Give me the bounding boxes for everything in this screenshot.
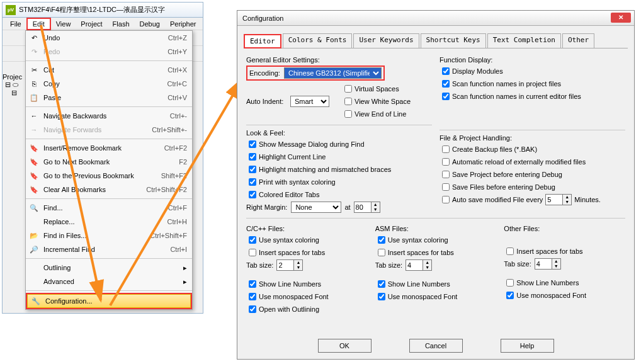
spinner-icon[interactable]: ▲▼	[563, 194, 572, 205]
menu-advanced[interactable]: Advanced	[26, 275, 192, 288]
sep	[26, 258, 192, 259]
spinner-icon[interactable]: ▲▼	[372, 202, 380, 213]
cut-icon: ✂	[29, 65, 39, 75]
tab-colors-fonts[interactable]: Colors & Fonts	[283, 33, 353, 48]
cb-c-sln[interactable]	[249, 280, 256, 288]
tabsize-asm[interactable]	[406, 259, 423, 271]
menu-paste[interactable]: 📋PasteCtrl+V	[26, 91, 192, 105]
tab-user-keywords[interactable]: User Keywords	[353, 33, 419, 48]
help-button[interactable]: Help	[501, 339, 554, 353]
autosave-num[interactable]	[545, 194, 563, 205]
menu-debug[interactable]: Debug	[135, 19, 165, 29]
menu-project[interactable]: Project	[76, 19, 107, 29]
menu-edit[interactable]: Edit	[26, 18, 51, 30]
cb-a-ist[interactable]	[378, 249, 385, 256]
ide-titlebar: μV STM32F4\F4程序整理\12-LTDC—液晶显示汉字	[3, 3, 203, 18]
dialog-tabs[interactable]: Editor Colors & Fonts User Keywords Shor…	[244, 33, 628, 48]
cb-lf-msg[interactable]	[249, 140, 256, 148]
tab-text-completion[interactable]: Text Completion	[487, 33, 561, 48]
cb-lf-hcl[interactable]	[249, 153, 256, 161]
menu-flash[interactable]: Flash	[108, 19, 135, 29]
tab-shortcut-keys[interactable]: Shortcut Keys	[421, 33, 486, 48]
menu-nav-forward[interactable]: →Navigate ForwardsCtrl+Shift+-	[26, 123, 192, 137]
tab-editor[interactable]: Editor	[244, 34, 281, 48]
cb-c-owo[interactable]	[249, 305, 256, 313]
cb-c-ist[interactable]	[249, 249, 256, 256]
sep	[26, 139, 192, 139]
spinner-icon[interactable]: ▲▼	[552, 258, 561, 270]
paste-icon: 📋	[29, 93, 39, 103]
menu-cut[interactable]: ✂CutCtrl+X	[26, 63, 192, 77]
cb-o-umf[interactable]	[506, 292, 514, 299]
tabsize-other[interactable]	[535, 258, 552, 270]
sec-file-proj: File & Project Handling:	[440, 134, 625, 142]
cb-c-usc[interactable]	[249, 236, 256, 244]
cb-fph-autosave[interactable]	[442, 196, 450, 203]
menu-nav-back[interactable]: ←Navigate BackwardsCtrl+-	[26, 109, 192, 123]
menu-configuration[interactable]: 🔧Configuration...	[27, 294, 191, 308]
bookmark-clear-icon: 🔖	[29, 185, 39, 195]
cb-fph-saveproj[interactable]	[442, 171, 450, 178]
menu-prev-bookmark[interactable]: 🔖Go to the Previous BookmarkShift+F2	[26, 169, 192, 183]
configuration-dialog: Configuration ✕ Editor Colors & Fonts Us…	[237, 10, 635, 360]
cb-c-umf[interactable]	[249, 293, 256, 300]
cb-fph-savefiles[interactable]	[442, 183, 450, 191]
dialog-titlebar: Configuration ✕	[237, 11, 634, 26]
cb-lf-print[interactable]	[249, 178, 256, 186]
close-button[interactable]: ✕	[611, 13, 631, 23]
cb-lf-tabs[interactable]	[249, 191, 256, 198]
cb-a-usc[interactable]	[378, 236, 385, 244]
cb-fph-backup[interactable]	[442, 145, 450, 153]
menu-clear-bookmarks[interactable]: 🔖Clear All BookmarksCtrl+Shift+F2	[26, 183, 192, 196]
right-margin-select[interactable]: None	[291, 202, 341, 213]
ide-title-text: STM32F4\F4程序整理\12-LTDC—液晶显示汉字	[19, 5, 165, 14]
cb-o-sln[interactable]	[506, 279, 514, 287]
dialog-title: Configuration	[242, 14, 283, 22]
menu-insert-bookmark[interactable]: 🔖Insert/Remove BookmarkCtrl+F2	[26, 141, 192, 155]
menu-copy[interactable]: ⎘CopyCtrl+C	[26, 77, 192, 91]
nav-back-icon: ←	[29, 111, 39, 121]
sec-general-editor: General Editor Settings:	[246, 56, 432, 64]
sep	[26, 290, 192, 291]
bookmark-icon: 🔖	[29, 143, 39, 153]
edit-menu-dropdown[interactable]: ↶UndoCtrl+Z ↷RedoCtrl+Y ✂CutCtrl+X ⎘Copy…	[25, 30, 193, 310]
sep	[26, 198, 192, 199]
cb-fd-modules[interactable]	[442, 67, 450, 75]
cb-o-ist[interactable]	[506, 247, 514, 255]
bookmark-next-icon: 🔖	[29, 157, 39, 167]
menu-incremental-find[interactable]: 🔎Incremental FindCtrl+I	[26, 242, 192, 256]
cancel-button[interactable]: Cancel	[409, 339, 463, 353]
right-margin-num[interactable]	[354, 202, 372, 213]
tabsize-c[interactable]	[276, 259, 294, 271]
menu-next-bookmark[interactable]: 🔖Go to Next BookmarkF2	[26, 155, 192, 169]
copy-icon: ⎘	[29, 79, 39, 89]
menu-bar[interactable]: File Edit View Project Flash Debug Perip…	[3, 18, 203, 30]
menu-find[interactable]: 🔍Find...Ctrl+F	[26, 201, 192, 215]
menu-find-in-files[interactable]: 📂Find in Files...Ctrl+Shift+F	[26, 229, 192, 242]
cb-fd-scan-cur[interactable]	[442, 93, 450, 100]
ok-button[interactable]: OK	[318, 339, 372, 353]
autoindent-select[interactable]: Smart	[290, 96, 329, 107]
cb-a-sln[interactable]	[378, 280, 385, 288]
sep	[26, 106, 192, 107]
spinner-icon[interactable]: ▲▼	[294, 259, 303, 271]
tab-other[interactable]: Other	[562, 33, 594, 48]
cb-lf-braces[interactable]	[249, 166, 256, 173]
encoding-select[interactable]: Chinese GB2312 (Simplified)	[284, 67, 382, 79]
cb-virtual-spaces[interactable]	[344, 85, 352, 93]
menu-redo[interactable]: ↷RedoCtrl+Y	[26, 45, 192, 59]
spinner-icon[interactable]: ▲▼	[423, 259, 432, 271]
menu-file[interactable]: File	[5, 19, 26, 29]
menu-view[interactable]: View	[51, 19, 76, 29]
cb-view-whitespace[interactable]	[344, 98, 352, 105]
cb-fd-scan-proj[interactable]	[442, 80, 450, 88]
menu-undo[interactable]: ↶UndoCtrl+Z	[26, 31, 192, 45]
cb-a-umf[interactable]	[378, 293, 385, 300]
menu-replace[interactable]: Replace...Ctrl+H	[26, 215, 192, 229]
cb-fph-reload[interactable]	[442, 158, 450, 166]
menu-peripherals[interactable]: Peripher	[165, 19, 201, 29]
menu-outlining[interactable]: Outlining	[26, 261, 192, 275]
sec-look-feel: Look & Feel:	[246, 129, 432, 137]
cb-view-eol[interactable]	[344, 110, 352, 118]
bookmark-prev-icon: 🔖	[29, 171, 39, 181]
